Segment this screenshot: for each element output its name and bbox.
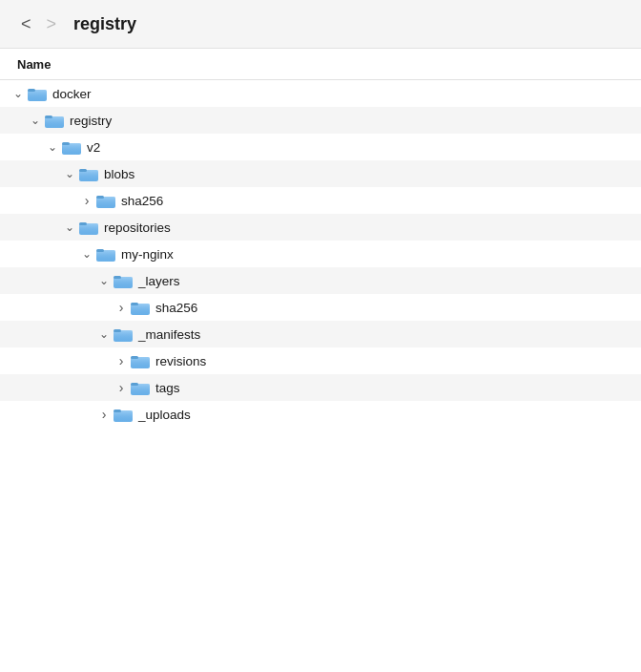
- chevron-right-icon[interactable]: [113, 352, 130, 369]
- svg-rect-17: [79, 222, 87, 225]
- chevron-down-icon[interactable]: [78, 245, 95, 262]
- svg-rect-11: [79, 169, 87, 172]
- list-item[interactable]: my-nginx: [0, 241, 641, 267]
- column-header: Name: [0, 49, 641, 80]
- svg-rect-14: [96, 196, 104, 199]
- svg-rect-38: [114, 410, 121, 412]
- file-row-label: repositories: [104, 220, 171, 235]
- page-title: registry: [73, 14, 136, 34]
- svg-rect-26: [131, 303, 138, 305]
- list-item[interactable]: v2: [0, 134, 641, 160]
- folder-icon: [130, 299, 151, 316]
- folder-icon: [113, 406, 134, 423]
- chevron-right-icon[interactable]: [95, 406, 113, 423]
- svg-rect-32: [131, 356, 138, 359]
- chevron-right-icon[interactable]: [113, 379, 130, 396]
- svg-rect-20: [96, 249, 104, 252]
- chevron-down-icon[interactable]: [95, 272, 113, 289]
- chevron-down-icon[interactable]: [27, 112, 44, 129]
- folder-icon: [27, 85, 48, 102]
- chevron-right-icon[interactable]: [113, 299, 130, 316]
- svg-rect-2: [28, 89, 35, 92]
- toolbar: < > registry: [0, 0, 641, 49]
- folder-icon: [113, 272, 134, 289]
- chevron-down-icon[interactable]: [10, 85, 27, 102]
- file-row-label: docker: [52, 87, 92, 101]
- list-item[interactable]: _manifests: [0, 321, 641, 347]
- list-item[interactable]: revisions: [0, 347, 641, 374]
- list-item[interactable]: _layers: [0, 267, 641, 294]
- list-item[interactable]: sha256: [0, 187, 641, 214]
- svg-rect-35: [131, 383, 138, 386]
- folder-icon: [78, 165, 99, 182]
- svg-rect-8: [62, 142, 70, 145]
- file-row-label: sha256: [121, 194, 163, 208]
- file-row-label: sha256: [155, 301, 197, 315]
- chevron-down-icon[interactable]: [61, 219, 78, 236]
- file-row-label: _manifests: [138, 327, 200, 342]
- list-item[interactable]: _uploads: [0, 401, 641, 428]
- svg-rect-5: [45, 116, 52, 118]
- file-row-label: tags: [155, 381, 180, 395]
- chevron-down-icon[interactable]: [44, 138, 61, 156]
- folder-icon: [113, 326, 134, 343]
- chevron-right-icon[interactable]: [78, 192, 95, 209]
- file-row-label: _uploads: [138, 408, 191, 422]
- chevron-down-icon[interactable]: [61, 165, 78, 182]
- file-row-label: _layers: [138, 274, 180, 288]
- list-item[interactable]: sha256: [0, 294, 641, 321]
- file-row-label: registry: [70, 114, 112, 128]
- folder-icon: [130, 379, 151, 396]
- folder-icon: [95, 192, 116, 209]
- file-row-label: revisions: [155, 354, 206, 368]
- file-list: docker registry v2: [0, 80, 641, 428]
- svg-rect-23: [114, 276, 121, 279]
- folder-icon: [95, 245, 116, 262]
- folder-icon: [78, 219, 99, 236]
- list-item[interactable]: registry: [0, 107, 641, 134]
- list-item[interactable]: tags: [0, 374, 641, 401]
- file-row-label: v2: [87, 140, 100, 155]
- folder-icon: [61, 138, 82, 156]
- list-item[interactable]: blobs: [0, 160, 641, 187]
- list-item[interactable]: repositories: [0, 214, 641, 241]
- folder-icon: [44, 112, 65, 129]
- back-button[interactable]: <: [17, 13, 35, 34]
- chevron-down-icon[interactable]: [95, 326, 113, 343]
- forward-button[interactable]: >: [43, 13, 61, 34]
- svg-rect-29: [114, 329, 121, 332]
- list-item[interactable]: docker: [0, 80, 641, 107]
- folder-icon: [130, 352, 151, 369]
- file-row-label: my-nginx: [121, 247, 174, 262]
- file-row-label: blobs: [104, 167, 134, 181]
- name-column-header: Name: [17, 57, 51, 72]
